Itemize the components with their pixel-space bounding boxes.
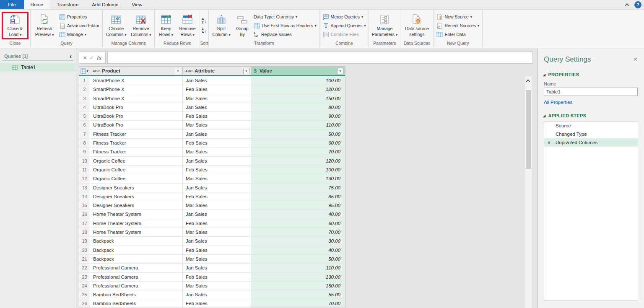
- enter-data-button[interactable]: Enter Data: [436, 31, 479, 38]
- cell-value[interactable]: 60.00: [251, 219, 345, 228]
- cell-attribute[interactable]: Jan Sales: [183, 264, 251, 272]
- split-column-button[interactable]: Split Column ▾: [210, 13, 232, 38]
- tab-add-column[interactable]: Add Column: [85, 0, 125, 9]
- cell-value[interactable]: 40.00: [251, 246, 345, 255]
- cell-attribute[interactable]: Mar Sales: [183, 174, 251, 183]
- cell-product[interactable]: Fitness Tracker: [90, 148, 183, 156]
- sort-ascending-button[interactable]: AZ ↓: [202, 17, 207, 24]
- cell-attribute[interactable]: Mar Sales: [183, 94, 251, 103]
- cell-product[interactable]: Home Theater System: [90, 219, 183, 228]
- scroll-up-icon[interactable]: [526, 80, 530, 84]
- row-number[interactable]: 9: [79, 148, 90, 156]
- cell-attribute[interactable]: Feb Sales: [183, 192, 251, 201]
- cell-product[interactable]: Home Theater System: [90, 210, 183, 219]
- cell-value[interactable]: 130.00: [251, 174, 345, 183]
- query-name-input[interactable]: [544, 88, 638, 96]
- all-properties-link[interactable]: All Properties: [544, 100, 638, 105]
- cell-value[interactable]: 85.00: [251, 192, 345, 201]
- manage-button[interactable]: Manage ▾: [59, 31, 99, 38]
- cell-product[interactable]: Bamboo BedSheets: [90, 290, 183, 299]
- cell-value[interactable]: 50.00: [251, 255, 345, 264]
- cell-value[interactable]: 110.00: [251, 264, 345, 272]
- vertical-scrollbar[interactable]: [525, 76, 532, 308]
- cell-attribute[interactable]: Mar Sales: [183, 255, 251, 264]
- tab-home[interactable]: Home: [24, 0, 50, 9]
- row-number[interactable]: 6: [79, 121, 90, 129]
- cell-value[interactable]: 150.00: [251, 282, 345, 290]
- cell-value[interactable]: 40.00: [251, 210, 345, 219]
- sort-descending-button[interactable]: ZA ↓: [202, 27, 207, 34]
- refresh-preview-button[interactable]: Refresh Preview ▾: [32, 13, 57, 38]
- properties-button[interactable]: Properties: [59, 13, 99, 21]
- collapse-queries-pane-icon[interactable]: ‹: [70, 54, 72, 58]
- cell-product[interactable]: Designer Sneakers: [90, 201, 183, 210]
- row-number[interactable]: 22: [79, 264, 90, 272]
- cell-attribute[interactable]: Feb Sales: [183, 273, 251, 282]
- cell-attribute[interactable]: Feb Sales: [183, 246, 251, 255]
- choose-columns-button[interactable]: Choose Columns ▾: [104, 13, 128, 38]
- cell-attribute[interactable]: Feb Sales: [183, 166, 251, 174]
- use-first-row-as-headers-button[interactable]: Use First Row as Headers ▾: [254, 22, 317, 29]
- row-number[interactable]: 15: [79, 201, 90, 210]
- cell-product[interactable]: Bamboo BedSheets: [90, 299, 183, 308]
- row-number[interactable]: 11: [79, 166, 90, 174]
- cell-value[interactable]: 150.00: [251, 94, 345, 103]
- select-all-corner-button[interactable]: ▾: [79, 67, 90, 75]
- cell-product[interactable]: UltraBook Pro: [90, 112, 183, 121]
- cell-value[interactable]: 120.00: [251, 157, 345, 166]
- fx-icon[interactable]: fx: [96, 55, 101, 61]
- cell-product[interactable]: Backpack: [90, 255, 183, 264]
- cell-product[interactable]: Fitness Tracker: [90, 130, 183, 139]
- row-number[interactable]: 7: [79, 130, 90, 139]
- cell-product[interactable]: Designer Sneakers: [90, 184, 183, 192]
- cell-product[interactable]: Professional Camera: [90, 264, 183, 272]
- cell-value[interactable]: 70.00: [251, 228, 345, 237]
- cell-product[interactable]: SmartPhone X: [90, 85, 183, 94]
- new-source-button[interactable]: New Source ▾: [436, 13, 479, 21]
- collapse-ribbon-icon[interactable]: [625, 3, 629, 8]
- cell-value[interactable]: 130.00: [251, 273, 345, 282]
- filter-dropdown-icon[interactable]: ▼: [243, 68, 249, 74]
- row-number[interactable]: 10: [79, 157, 90, 166]
- row-number[interactable]: 1: [79, 76, 90, 85]
- row-number[interactable]: 8: [79, 139, 90, 148]
- applied-step[interactable]: × Changed Type: [544, 130, 638, 138]
- cell-value[interactable]: 95.00: [251, 201, 345, 210]
- row-number[interactable]: 2: [79, 85, 90, 94]
- row-number[interactable]: 20: [79, 246, 90, 255]
- cell-attribute[interactable]: Jan Sales: [183, 184, 251, 192]
- cell-product[interactable]: Designer Sneakers: [90, 192, 183, 201]
- cell-product[interactable]: Organic Coffee: [90, 166, 183, 174]
- close-and-load-button[interactable]: Close & Load ▾: [3, 13, 27, 38]
- remove-rows-button[interactable]: Remove Rows ▾: [177, 13, 198, 38]
- tab-transform[interactable]: Transform: [50, 0, 85, 9]
- applied-step[interactable]: × Unpivoted Columns: [544, 138, 638, 147]
- cell-attribute[interactable]: Jan Sales: [183, 103, 251, 112]
- cell-attribute[interactable]: Feb Sales: [183, 85, 251, 94]
- append-queries-button[interactable]: Append Queries ▾: [323, 22, 366, 29]
- cell-product[interactable]: Home Theater System: [90, 228, 183, 237]
- cell-value[interactable]: 50.00: [251, 130, 345, 139]
- cell-attribute[interactable]: Mar Sales: [183, 121, 251, 129]
- row-number[interactable]: 25: [79, 290, 90, 299]
- row-number[interactable]: 12: [79, 174, 90, 183]
- row-number[interactable]: 21: [79, 255, 90, 264]
- row-number[interactable]: 5: [79, 112, 90, 121]
- cell-attribute[interactable]: Jan Sales: [183, 130, 251, 139]
- cell-attribute[interactable]: Feb Sales: [183, 299, 251, 308]
- row-number[interactable]: 4: [79, 103, 90, 112]
- merge-queries-button[interactable]: Merge Queries ▾: [323, 13, 366, 21]
- commit-formula-icon[interactable]: ✓: [89, 55, 93, 61]
- cell-value[interactable]: 120.00: [251, 85, 345, 94]
- cell-attribute[interactable]: Jan Sales: [183, 76, 251, 85]
- cell-attribute[interactable]: Jan Sales: [183, 237, 251, 246]
- applied-steps-section-header[interactable]: ◢ APPLIED STEPS: [538, 113, 644, 118]
- scrollbar-thumb[interactable]: [526, 90, 531, 169]
- cell-product[interactable]: SmartPhone X: [90, 94, 183, 103]
- cell-attribute[interactable]: Feb Sales: [183, 219, 251, 228]
- cell-product[interactable]: Organic Coffee: [90, 157, 183, 166]
- manage-parameters-button[interactable]: Manage Parameters ▾: [371, 13, 398, 38]
- row-number[interactable]: 26: [79, 299, 90, 308]
- remove-columns-button[interactable]: Remove Columns ▾: [129, 13, 153, 38]
- filter-dropdown-icon[interactable]: ▼: [337, 68, 343, 74]
